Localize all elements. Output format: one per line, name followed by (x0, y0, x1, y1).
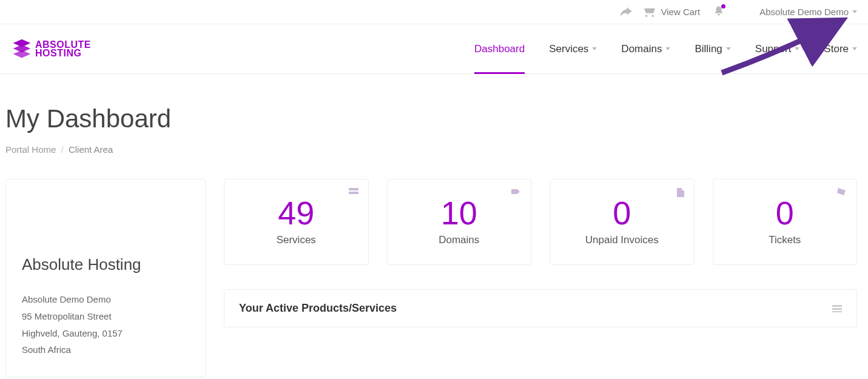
share-icon[interactable] (620, 7, 632, 17)
nav-billing-label: Billing (695, 43, 722, 55)
profile-country: South Africa (22, 341, 189, 358)
stat-tickets-label: Tickets (724, 234, 846, 246)
stats-row: 49 Services 10 Domains 0 Unpaid Invoices (224, 179, 857, 265)
breadcrumb-current: Client Area (69, 144, 113, 155)
svg-rect-7 (832, 311, 842, 312)
stat-invoices-label: Unpaid Invoices (561, 234, 683, 246)
svg-marker-2 (13, 50, 31, 58)
profile-card: Absolute Hosting Absolute Demo Demo 95 M… (5, 179, 206, 377)
cart-icon (643, 7, 656, 17)
stat-invoices-count: 0 (561, 194, 683, 232)
stat-domains-label: Domains (399, 234, 520, 246)
view-cart-link[interactable]: View Cart (643, 7, 701, 17)
chevron-down-icon (795, 47, 799, 50)
profile-city: Highveld, Gauteng, 0157 (22, 325, 189, 342)
header: ABSOLUTE HOSTING Dashboard Services Doma… (0, 24, 868, 74)
nav-dashboard[interactable]: Dashboard (474, 24, 525, 73)
nav-dashboard-label: Dashboard (474, 43, 525, 55)
nav-services[interactable]: Services (549, 24, 597, 73)
chevron-down-icon (592, 47, 597, 50)
stat-services-count: 49 (235, 194, 357, 232)
brand-logo[interactable]: ABSOLUTE HOSTING (11, 38, 91, 60)
main-column: 49 Services 10 Domains 0 Unpaid Invoices (224, 179, 857, 327)
page-title: My Dashboard (5, 104, 857, 133)
page-head: My Dashboard Portal Home / Client Area (0, 74, 868, 173)
stat-card-domains[interactable]: 10 Domains (387, 179, 532, 265)
nav-services-label: Services (549, 43, 588, 55)
svg-rect-4 (349, 192, 358, 194)
list-icon[interactable] (832, 305, 842, 312)
chevron-down-icon (665, 47, 670, 50)
stat-card-tickets[interactable]: 0 Tickets (713, 179, 858, 265)
logo-text: ABSOLUTE HOSTING (35, 41, 91, 57)
profile-company: Absolute Hosting (22, 255, 189, 274)
active-products-panel: Your Active Products/Services (224, 289, 857, 327)
chevron-down-icon (852, 47, 857, 50)
profile-street: 95 Metropolitan Street (22, 308, 189, 325)
server-icon (349, 188, 358, 195)
user-name-label: Absolute Demo Demo (759, 7, 849, 17)
stat-tickets-count: 0 (724, 194, 846, 232)
svg-rect-5 (832, 305, 842, 307)
nav-support[interactable]: Support (755, 24, 800, 73)
view-cart-label: View Cart (661, 7, 701, 17)
active-products-title: Your Active Products/Services (239, 302, 397, 315)
profile-name: Absolute Demo Demo (22, 291, 189, 308)
stat-services-label: Services (235, 234, 357, 246)
tag-icon (511, 188, 521, 195)
stat-card-services[interactable]: 49 Services (224, 179, 369, 265)
svg-rect-6 (832, 308, 842, 310)
stat-domains-count: 10 (399, 194, 520, 232)
nav-domains-label: Domains (621, 43, 662, 55)
nav-support-label: Support (755, 43, 792, 55)
topbar: View Cart Absolute Demo Demo (0, 0, 868, 24)
user-menu[interactable]: Absolute Demo Demo (759, 7, 857, 17)
svg-rect-3 (349, 188, 358, 190)
logo-icon (11, 38, 33, 60)
breadcrumb-separator: / (61, 144, 64, 155)
file-icon (677, 188, 684, 197)
content: Absolute Hosting Absolute Demo Demo 95 M… (0, 173, 868, 377)
nav-store-label: Store (824, 43, 849, 55)
ticket-icon (837, 188, 847, 195)
chevron-down-icon (726, 47, 731, 50)
nav-store[interactable]: Store (824, 24, 857, 73)
main-nav: Dashboard Services Domains Billing Suppo… (474, 24, 857, 73)
notifications-button[interactable] (713, 5, 724, 19)
nav-billing[interactable]: Billing (695, 24, 730, 73)
chevron-down-icon (852, 10, 857, 13)
stat-card-invoices[interactable]: 0 Unpaid Invoices (550, 179, 695, 265)
notification-dot (721, 4, 725, 8)
breadcrumb: Portal Home / Client Area (5, 144, 857, 155)
breadcrumb-home[interactable]: Portal Home (5, 144, 56, 155)
nav-domains[interactable]: Domains (621, 24, 670, 73)
